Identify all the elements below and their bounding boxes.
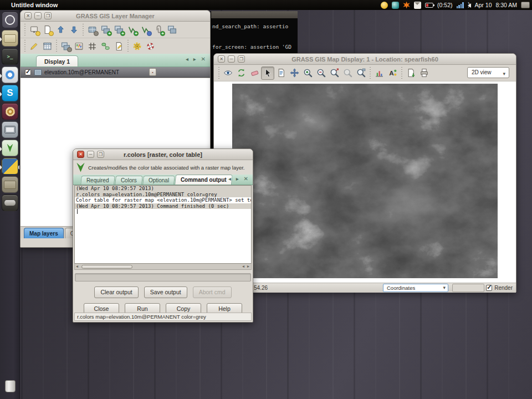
date-label[interactable]: Apr 10	[475, 2, 492, 8]
time-label[interactable]: 8:30 AM	[495, 2, 517, 8]
session-menu-icon[interactable]	[521, 2, 530, 8]
pan-icon[interactable]	[288, 66, 301, 80]
zoom-out-icon[interactable]	[314, 66, 328, 80]
zoom-in-icon[interactable]	[301, 66, 314, 80]
maximize-icon[interactable]: ❒	[44, 12, 52, 19]
close-icon[interactable]: ✕	[24, 12, 32, 19]
add-multiple-layers-icon[interactable]	[85, 23, 99, 37]
minimize-icon[interactable]: ─	[228, 55, 235, 63]
analyze-icon[interactable]	[372, 66, 386, 80]
statusbar-mode-select[interactable]: Coordinates ▾	[383, 284, 448, 292]
elevation-raster-image[interactable]	[232, 84, 498, 278]
battery-icon[interactable]	[425, 3, 433, 8]
new-workspace-icon[interactable]	[27, 23, 40, 37]
rcolors-titlebar[interactable]: ✕ ─ ❒ r.colors [raster, color table]	[73, 149, 253, 160]
return-zoom-icon[interactable]	[341, 66, 354, 80]
tab-nav-arrows[interactable]: ◂ ▸ ✕	[186, 56, 207, 62]
tab-required[interactable]: Required	[80, 176, 115, 185]
render-checkbox[interactable]	[486, 285, 492, 291]
layer-checkbox[interactable]	[25, 69, 31, 75]
add-various-vector-icon[interactable]	[139, 23, 152, 37]
add-vector-icon[interactable]: +	[125, 23, 139, 37]
rcolors-dialog[interactable]: ✕ ─ ❒ r.colors [raster, color table] Cre…	[73, 149, 253, 323]
launcher-grass-gis[interactable]	[2, 140, 18, 156]
launcher-folder[interactable]	[2, 176, 18, 193]
output-hscrollbar[interactable]: ◂ ◂ ▸	[74, 264, 252, 270]
launcher-dash-home[interactable]	[2, 12, 18, 28]
notification-burst-icon[interactable]	[403, 2, 410, 9]
scroll-left2-icon[interactable]: ◂	[242, 264, 244, 269]
scrollbar-thumb[interactable]	[81, 265, 132, 269]
tab-command-output[interactable]: Command output	[175, 175, 233, 185]
pointer-icon[interactable]	[261, 66, 274, 80]
sound-icon[interactable]	[468, 3, 471, 8]
save-workspace-icon[interactable]	[67, 23, 80, 37]
launcher-terminal[interactable]: >_	[2, 48, 18, 65]
layer-row-elevation[interactable]: elevation.10m@PERMANENT ▪	[21, 67, 210, 78]
save-output-button[interactable]: Save output	[144, 287, 187, 298]
launcher-skype[interactable]: S	[2, 85, 18, 101]
load-workspace-icon[interactable]	[54, 23, 67, 37]
help-icon[interactable]	[144, 39, 157, 53]
launcher-files[interactable]	[2, 30, 18, 47]
raster-calculator-icon[interactable]	[72, 39, 85, 53]
terminal-titlebar[interactable]	[211, 11, 298, 18]
map-display-titlebar[interactable]: ✕ ─ ❒ GRASS GIS Map Display: 1 - Locatio…	[214, 54, 516, 65]
text-caret	[77, 209, 78, 214]
layer-manager-titlebar[interactable]: ✕ ─ ❒ GRASS GIS Layer Manager	[21, 11, 210, 22]
map-canvas[interactable]	[214, 81, 516, 283]
layer-opacity-handle[interactable]: ▪	[149, 68, 156, 76]
abort-cmd-button[interactable]: Abort cmd	[193, 287, 232, 298]
add-layer-group-icon[interactable]	[59, 39, 72, 53]
tab-colors[interactable]: Colors	[115, 176, 143, 185]
add-group-icon[interactable]	[165, 23, 178, 37]
georectify-icon[interactable]	[85, 39, 99, 53]
mail-envelope-icon[interactable]	[414, 2, 421, 9]
close-icon[interactable]: ✕	[77, 151, 84, 158]
view-mode-select[interactable]: 2D view ▾	[467, 67, 509, 78]
add-web-service-icon[interactable]: +	[152, 23, 165, 37]
launcher-screenshot-tool[interactable]	[2, 121, 18, 138]
launcher-disk-utility[interactable]	[2, 195, 18, 211]
graphical-modeler-icon[interactable]	[99, 39, 112, 53]
erase-display-icon[interactable]	[248, 66, 261, 80]
weather-icon[interactable]	[392, 2, 399, 9]
multi-badge	[94, 31, 99, 36]
minimize-icon[interactable]: ─	[34, 12, 42, 19]
edit-vector-icon[interactable]	[27, 39, 40, 53]
clock-badge-icon[interactable]	[381, 2, 388, 9]
settings-icon[interactable]	[130, 39, 144, 53]
scroll-right-icon[interactable]: ▸	[247, 264, 249, 269]
launcher-trash[interactable]	[2, 378, 18, 395]
add-overlay-icon[interactable]	[386, 66, 399, 80]
save-display-file-icon[interactable]	[404, 66, 417, 80]
maximize-icon[interactable]: ❒	[238, 55, 245, 63]
tab-nav-arrows[interactable]: ◂ ▸ ✕	[228, 176, 250, 182]
map-display-window[interactable]: ✕ ─ ❒ GRASS GIS Map Display: 1 - Locatio…	[213, 53, 516, 293]
launcher-python[interactable]	[2, 158, 18, 175]
command-output-area[interactable]: (Wed Apr 10 08:29:57 2013) r.colors map=…	[74, 185, 252, 264]
zoom-extent-icon[interactable]	[328, 66, 341, 80]
maximize-icon[interactable]: ❒	[97, 151, 104, 158]
tab-map-layers[interactable]: Map layers	[24, 228, 64, 238]
add-various-raster-icon[interactable]: +	[112, 23, 125, 37]
attribute-table-icon[interactable]	[40, 39, 54, 53]
show-display-icon[interactable]	[221, 66, 234, 80]
tab-display-1[interactable]: Display 1	[36, 55, 78, 66]
launcher-system-tool[interactable]	[2, 103, 18, 120]
clear-output-button[interactable]: Clear output	[94, 287, 138, 298]
network-signal-icon[interactable]	[457, 2, 464, 8]
python-script-icon[interactable]	[112, 39, 125, 53]
new-badge	[35, 31, 40, 36]
print-display-icon[interactable]	[417, 66, 431, 80]
query-icon[interactable]	[274, 66, 288, 80]
zoom-to-map-icon[interactable]	[354, 66, 367, 80]
add-raster-icon[interactable]: +	[99, 23, 112, 37]
launcher-chromium[interactable]	[2, 66, 18, 83]
open-workspace-icon[interactable]	[40, 23, 54, 37]
minimize-icon[interactable]: ─	[87, 151, 94, 158]
tab-optional[interactable]: Optional	[142, 176, 175, 185]
render-map-icon[interactable]	[234, 66, 248, 80]
scroll-left-icon[interactable]: ◂	[76, 264, 78, 269]
close-icon[interactable]: ✕	[218, 55, 225, 63]
